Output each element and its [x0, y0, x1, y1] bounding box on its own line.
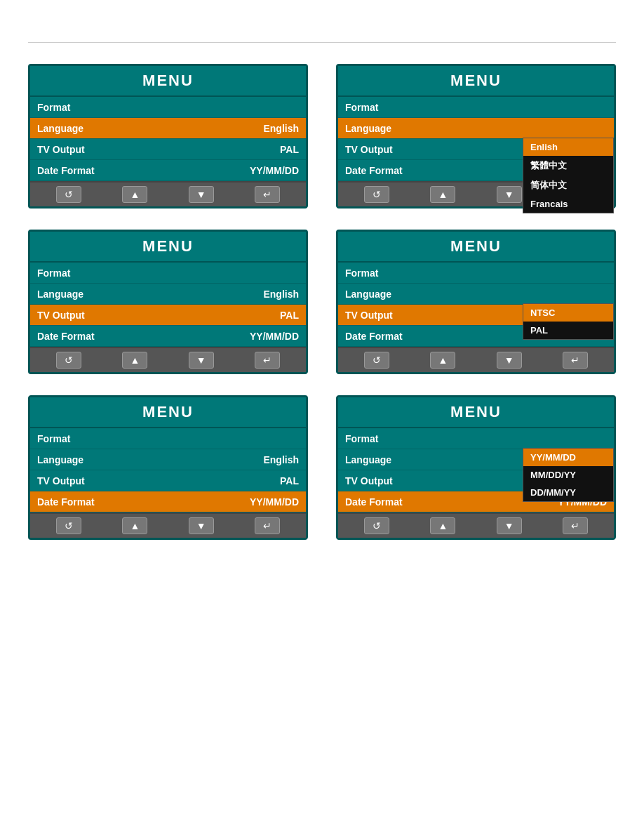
menu-row-5-3[interactable]: TV OutputPAL	[30, 470, 306, 491]
footer-btn-4-1[interactable]: ↺	[364, 352, 389, 369]
menu-row-2-1[interactable]: Format	[338, 97, 614, 118]
footer-btn-2-1[interactable]: ↺	[364, 186, 389, 203]
dropdown-item-2-1[interactable]: Enlish	[523, 138, 613, 156]
footer-btn-3-3[interactable]: ▼	[189, 352, 214, 369]
row-label-4-4: Date Format	[345, 331, 403, 342]
footer-btn-1-3[interactable]: ▼	[189, 186, 214, 203]
row-label-3-2: Language	[37, 289, 83, 300]
footer-btn-2-3[interactable]: ▼	[497, 186, 522, 203]
footer-btn-6-3[interactable]: ▼	[497, 517, 522, 534]
menu-panel-6: MENUFormatYY/MM/DDMM/DD/YYDD/MM/YYLangua…	[336, 395, 616, 540]
dropdown-item-2-3[interactable]: 简体中文	[523, 176, 613, 195]
footer-btn-5-1[interactable]: ↺	[56, 517, 81, 534]
menu-rows-1: FormatLanguageEnglishTV OutputPALDate Fo…	[30, 97, 306, 181]
menu-rows-4: FormatLanguageNTSCPALTV OutputPALDate Fo…	[338, 263, 614, 347]
row-value-5-2: English	[263, 454, 299, 465]
dropdown-item-2-4[interactable]: Francais	[523, 195, 613, 213]
menu-row-3-2[interactable]: LanguageEnglish	[30, 284, 306, 305]
dropdown-item-6-3[interactable]: DD/MM/YY	[523, 484, 613, 501]
row-label-5-3: TV Output	[37, 475, 85, 486]
row-label-2-1: Format	[345, 102, 378, 113]
footer-btn-1-1[interactable]: ↺	[56, 186, 81, 203]
menu-row-3-3[interactable]: TV OutputPAL	[30, 305, 306, 326]
row-label-4-3: TV Output	[345, 310, 393, 321]
menu-header-4: MENU	[338, 232, 614, 263]
menu-row-1-1[interactable]: Format	[30, 97, 306, 118]
menu-panel-5: MENUFormatLanguageEnglishTV OutputPALDat…	[28, 395, 308, 540]
footer-btn-1-4[interactable]: ↵	[255, 186, 280, 203]
row-label-1-2: Language	[37, 123, 83, 134]
footer-btn-4-4[interactable]: ↵	[563, 352, 588, 369]
row-label-2-2: Language	[345, 123, 391, 134]
menu-rows-6: FormatYY/MM/DDMM/DD/YYDD/MM/YYLanguageTV…	[338, 428, 614, 512]
footer-btn-3-2[interactable]: ▲	[122, 352, 147, 369]
row-label-3-3: TV Output	[37, 310, 85, 321]
menu-footer-6: ↺▲▼↵	[338, 512, 614, 538]
footer-btn-6-1[interactable]: ↺	[364, 517, 389, 534]
row-value-3-3: PAL	[280, 310, 299, 321]
footer-btn-5-2[interactable]: ▲	[122, 517, 147, 534]
footer-btn-1-2[interactable]: ▲	[122, 186, 147, 203]
menu-row-3-1[interactable]: Format	[30, 263, 306, 284]
dropdown-item-6-2[interactable]: MM/DD/YY	[523, 466, 613, 484]
menu-row-4-2[interactable]: LanguageNTSCPAL	[338, 284, 614, 305]
menu-row-3-4[interactable]: Date FormatYY/MM/DD	[30, 326, 306, 347]
menu-row-5-2[interactable]: LanguageEnglish	[30, 449, 306, 470]
menu-header-1: MENU	[30, 66, 306, 97]
dropdown-4: NTSCPAL	[523, 303, 614, 340]
dropdown-item-2-2[interactable]: 繁體中文	[523, 156, 613, 176]
footer-btn-3-1[interactable]: ↺	[56, 352, 81, 369]
menu-header-5: MENU	[30, 397, 306, 428]
row-label-5-1: Format	[37, 433, 70, 444]
footer-btn-3-4[interactable]: ↵	[255, 352, 280, 369]
menu-rows-5: FormatLanguageEnglishTV OutputPALDate Fo…	[30, 428, 306, 512]
row-label-1-3: TV Output	[37, 144, 85, 155]
menu-footer-1: ↺▲▼↵	[30, 181, 306, 206]
menu-footer-5: ↺▲▼↵	[30, 512, 306, 538]
menu-panel-2: MENUFormatLanguageEnlish繁體中文简体中文Francais…	[336, 64, 616, 208]
dropdown-item-4-2[interactable]: PAL	[523, 322, 613, 339]
row-value-1-4: YY/MM/DD	[250, 165, 299, 176]
dropdown-6: YY/MM/DDMM/DD/YYDD/MM/YY	[523, 448, 614, 502]
menu-row-1-4[interactable]: Date FormatYY/MM/DD	[30, 160, 306, 181]
menu-row-4-1[interactable]: Format	[338, 263, 614, 284]
footer-btn-6-4[interactable]: ↵	[563, 517, 588, 534]
row-label-6-2: Language	[345, 454, 391, 465]
menu-panel-1: MENUFormatLanguageEnglishTV OutputPALDat…	[28, 64, 308, 208]
row-label-6-1: Format	[345, 433, 378, 444]
row-label-5-2: Language	[37, 454, 83, 465]
footer-btn-5-4[interactable]: ↵	[255, 517, 280, 534]
menu-row-2-2[interactable]: LanguageEnlish繁體中文简体中文Francais	[338, 118, 614, 139]
footer-btn-6-2[interactable]: ▲	[430, 517, 455, 534]
menu-header-2: MENU	[338, 66, 614, 97]
footer-btn-4-3[interactable]: ▼	[497, 352, 522, 369]
row-value-5-3: PAL	[280, 475, 299, 486]
menu-row-5-1[interactable]: Format	[30, 428, 306, 449]
row-label-3-4: Date Format	[37, 331, 95, 342]
panel-grid: MENUFormatLanguageEnglishTV OutputPALDat…	[28, 64, 616, 540]
row-value-3-4: YY/MM/DD	[250, 331, 299, 342]
menu-row-1-2[interactable]: LanguageEnglish	[30, 118, 306, 139]
row-label-1-4: Date Format	[37, 165, 95, 176]
menu-row-5-4[interactable]: Date FormatYY/MM/DD	[30, 491, 306, 512]
row-label-6-3: TV Output	[345, 475, 393, 486]
dropdown-item-6-1[interactable]: YY/MM/DD	[523, 449, 613, 466]
menu-rows-3: FormatLanguageEnglishTV OutputPALDate Fo…	[30, 263, 306, 347]
dropdown-item-4-1[interactable]: NTSC	[523, 304, 613, 322]
row-label-2-4: Date Format	[345, 165, 403, 176]
row-value-1-2: English	[263, 123, 299, 134]
row-value-1-3: PAL	[280, 144, 299, 155]
footer-btn-4-2[interactable]: ▲	[430, 352, 455, 369]
menu-row-6-1[interactable]: FormatYY/MM/DDMM/DD/YYDD/MM/YY	[338, 428, 614, 449]
top-divider	[28, 42, 616, 43]
footer-btn-2-2[interactable]: ▲	[430, 186, 455, 203]
footer-btn-5-3[interactable]: ▼	[189, 517, 214, 534]
menu-row-1-3[interactable]: TV OutputPAL	[30, 139, 306, 160]
row-label-1-1: Format	[37, 102, 70, 113]
row-label-4-2: Language	[345, 289, 391, 300]
row-label-5-4: Date Format	[37, 496, 95, 508]
menu-header-3: MENU	[30, 232, 306, 263]
row-label-3-1: Format	[37, 267, 70, 279]
row-value-3-2: English	[263, 289, 299, 300]
row-value-5-4: YY/MM/DD	[250, 496, 299, 508]
